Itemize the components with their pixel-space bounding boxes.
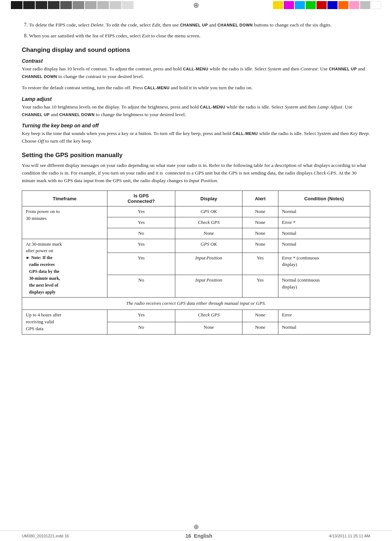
- display-gpsok-1: GPS OK: [175, 206, 242, 217]
- condition-normal-3: Normal: [278, 239, 370, 253]
- th-condition: Condition (Notes): [278, 191, 370, 206]
- step-8: When you are satisfied with the list of …: [29, 32, 370, 40]
- th-timeframe: Timeframe: [22, 191, 107, 206]
- timeframe-cell-2: At 30-minute markafter power on ► Note: …: [22, 239, 107, 298]
- section2-para: You will see different display messages …: [22, 162, 370, 185]
- alert-none-6: None: [242, 322, 278, 334]
- color-block: [36, 1, 47, 9]
- th-gps-connected: Is GPSConnected?: [107, 191, 175, 206]
- display-none-1: None: [175, 228, 242, 239]
- main-content: To delete the FIPS code, select Delete. …: [0, 10, 392, 353]
- keybeep-para1: Key beep is the tone that sounds when yo…: [22, 130, 370, 145]
- gps-yes-2: Yes: [107, 217, 175, 228]
- condition-normal-1: Normal: [278, 206, 370, 217]
- table-row: From power on to30 minutes Yes GPS OK No…: [22, 206, 370, 217]
- condition-error-cont-1: Error * (continuousdisplay): [278, 253, 370, 275]
- color-block: [85, 1, 97, 9]
- alert-none-3: None: [242, 228, 278, 239]
- alert-none-5: None: [242, 310, 278, 322]
- contrast-para1: Your radio display has 10 levels of cont…: [22, 65, 370, 81]
- step8-text: When you are satisfied with the list of …: [29, 33, 200, 38]
- color-block-silver: [360, 1, 370, 9]
- th-display: Display: [175, 191, 242, 206]
- color-block: [23, 1, 35, 9]
- display-checkgps-2: Check GPS: [175, 310, 242, 322]
- gps-no-2: No: [107, 275, 175, 298]
- color-block: [60, 1, 72, 9]
- color-block: [48, 1, 60, 9]
- color-block-magenta: [284, 1, 294, 9]
- condition-normal-4: Normal: [278, 322, 370, 334]
- alert-none-2: None: [242, 217, 278, 228]
- contrast-subheading: Contrast: [22, 58, 370, 64]
- color-block: [122, 1, 134, 9]
- alert-yes-1: Yes: [242, 253, 278, 275]
- color-block-red: [317, 1, 327, 9]
- lamp-para1: Your radio has 10 brightness levels on t…: [22, 103, 370, 119]
- color-block: [11, 1, 23, 9]
- color-block-blue: [327, 1, 338, 9]
- gps-no-1: No: [107, 228, 175, 239]
- gps-yes-4: Yes: [107, 253, 175, 275]
- alert-none-1: None: [242, 206, 278, 217]
- color-block-yellow: [273, 1, 283, 9]
- registration-mark-bottom: ⊕: [193, 523, 199, 531]
- gps-yes-5: Yes: [107, 310, 175, 322]
- step7-text: To delete the FIPS code, select Delete. …: [29, 22, 332, 28]
- display-gpsok-2: GPS OK: [175, 239, 242, 253]
- colspan-note: The radio receives correct GPS data eith…: [22, 298, 370, 310]
- footer: UM380_20101221.indd 16 16 English 4/13/2…: [0, 530, 392, 541]
- color-block-pink: [349, 1, 359, 9]
- gps-yes-3: Yes: [107, 239, 175, 253]
- color-block-orange: [338, 1, 348, 9]
- timeframe-cell-3: Up to 4 hours afterreceiving validGPS da…: [22, 310, 107, 335]
- display-inputpos-2: Input Position: [175, 275, 242, 298]
- condition-error-1: Error *: [278, 217, 370, 228]
- condition-error-2: Error: [278, 310, 370, 322]
- color-block-cyan: [295, 1, 305, 9]
- page-number: 16 English: [185, 533, 212, 539]
- color-block: [110, 1, 121, 9]
- top-bar-right-colors: [273, 0, 392, 10]
- timeframe-cell-1: From power on to30 minutes: [22, 206, 107, 239]
- section1-heading: Changing display and sound options: [22, 46, 370, 54]
- footer-file: UM380_20101221.indd 16: [22, 534, 69, 538]
- gps-table: Timeframe Is GPSConnected? Display Alert…: [22, 190, 370, 335]
- color-block: [97, 1, 109, 9]
- top-bar-left-colors: [0, 0, 134, 10]
- table-row: At 30-minute markafter power on ► Note: …: [22, 239, 370, 253]
- display-none-2: None: [175, 322, 242, 334]
- registration-mark-top: ⊕: [193, 1, 199, 9]
- step-7: To delete the FIPS code, select Delete. …: [29, 21, 370, 29]
- display-inputpos-1: Input Position: [175, 253, 242, 275]
- lamp-subheading: Lamp adjust: [22, 96, 370, 102]
- keybeep-subheading: Turning the key beep on and off: [22, 123, 370, 128]
- alert-none-4: None: [242, 239, 278, 253]
- condition-normal-cont-1: Normal (continuousdisplay): [278, 275, 370, 298]
- gps-no-3: No: [107, 322, 175, 334]
- top-color-bar: ⊕: [0, 0, 392, 10]
- footer-date: 4/13/2011 11:25:11 AM: [329, 534, 370, 538]
- table-row: Up to 4 hours afterreceiving validGPS da…: [22, 310, 370, 322]
- table-header-row: Timeframe Is GPSConnected? Display Alert…: [22, 191, 370, 206]
- color-block-green: [306, 1, 316, 9]
- color-block-white: [371, 1, 381, 9]
- color-block: [73, 1, 84, 9]
- table-colspan-row: The radio receives correct GPS data eith…: [22, 298, 370, 310]
- steps-list: To delete the FIPS code, select Delete. …: [22, 21, 370, 40]
- section2-heading: Setting the GPS position manually: [22, 152, 370, 159]
- condition-normal-2: Normal: [278, 228, 370, 239]
- display-checkgps-1: Check GPS: [175, 217, 242, 228]
- th-alert: Alert: [242, 191, 278, 206]
- alert-yes-2: Yes: [242, 275, 278, 298]
- gps-yes-1: Yes: [107, 206, 175, 217]
- contrast-para2: To restore the default contrast setting,…: [22, 84, 370, 92]
